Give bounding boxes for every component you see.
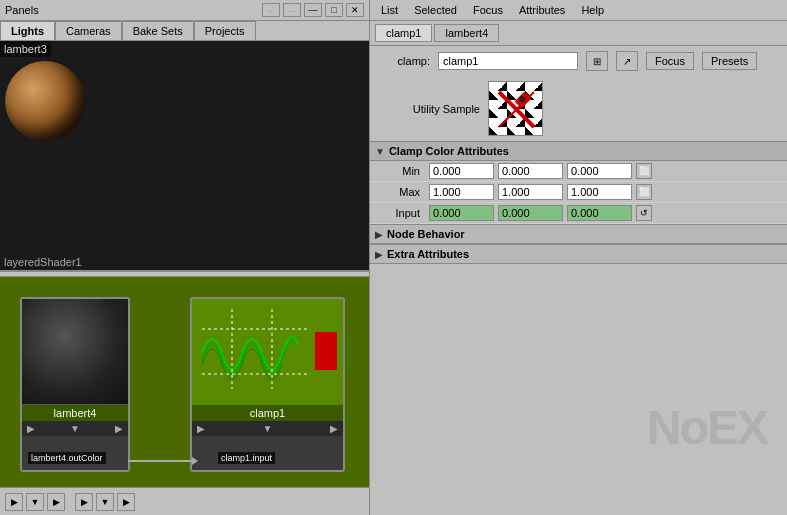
arrow-left-icon: ← bbox=[266, 5, 276, 16]
play-icon[interactable]: ▶ bbox=[27, 423, 35, 434]
max-val1[interactable] bbox=[429, 184, 494, 200]
node-behavior-title: Node Behavior bbox=[387, 228, 465, 240]
down-bottom-button[interactable]: ▼ bbox=[26, 493, 44, 511]
nav-back-button[interactable]: ← bbox=[262, 3, 280, 17]
node-clamp1[interactable]: clamp1 ▶ ▼ ▶ bbox=[190, 297, 345, 472]
utility-swatch[interactable] bbox=[488, 81, 543, 136]
left-panel: Panels ← → — □ ✕ Lights Cameras Bake Set… bbox=[0, 0, 370, 515]
clamp-wave-svg bbox=[197, 304, 337, 394]
utility-label: Utility Sample bbox=[380, 103, 480, 115]
top-viewport: lambert3 layeredShader1 bbox=[0, 41, 369, 271]
input-val2[interactable] bbox=[498, 205, 563, 221]
input-reload-button[interactable]: ↺ bbox=[636, 205, 652, 221]
right-panel: List Selected Focus Attributes Help clam… bbox=[370, 0, 787, 515]
tab-clamp1[interactable]: clamp1 bbox=[375, 24, 432, 42]
node-sphere-preview bbox=[22, 299, 128, 405]
bottom-controls: ▶ ▼ ▶ ▶ ▼ ▶ bbox=[0, 487, 369, 515]
reduce-button[interactable]: □ bbox=[325, 3, 343, 17]
nav-forward-button[interactable]: → bbox=[283, 3, 301, 17]
viewport-top-label: lambert3 bbox=[0, 41, 51, 57]
sphere bbox=[5, 61, 85, 141]
swatch-slash-svg bbox=[494, 87, 539, 132]
extra-attrs-title: Extra Attributes bbox=[387, 248, 469, 260]
close-panel-button[interactable]: ✕ bbox=[346, 3, 364, 17]
swatch-inner bbox=[489, 82, 542, 135]
panel-tabs: Lights Cameras Bake Sets Projects bbox=[0, 21, 369, 41]
panel-header: Panels ← → — □ ✕ bbox=[0, 0, 369, 21]
node-lambert4-footer: ▶ ▼ ▶ bbox=[22, 421, 128, 436]
out-connection-label: lambert4.outColor bbox=[28, 452, 106, 464]
clamp-label: clamp: bbox=[380, 55, 430, 67]
menu-help[interactable]: Help bbox=[578, 3, 607, 17]
panel-title: Panels bbox=[5, 4, 39, 16]
bookmark-button[interactable]: ⊞ bbox=[586, 51, 608, 71]
noex-watermark: NoEX bbox=[647, 400, 767, 455]
menu-list[interactable]: List bbox=[378, 3, 401, 17]
node-behavior-arrow-icon: ▶ bbox=[375, 229, 383, 240]
min-val3[interactable] bbox=[567, 163, 632, 179]
play-right-button[interactable]: ▶ bbox=[75, 493, 93, 511]
forward-right-button[interactable]: ▶ bbox=[117, 493, 135, 511]
svg-point-8 bbox=[519, 96, 525, 102]
name-row: clamp: ⊞ ↗ Focus Presets bbox=[370, 46, 787, 76]
max-val2[interactable] bbox=[498, 184, 563, 200]
down2-icon[interactable]: ▼ bbox=[263, 423, 273, 434]
input-label: Input bbox=[380, 207, 425, 219]
node-editor: lambert4 ▶ ▼ ▶ bbox=[0, 277, 369, 487]
sphere-preview bbox=[5, 61, 85, 141]
minimize-button[interactable]: — bbox=[304, 3, 322, 17]
viewport-bottom-label: layeredShader1 bbox=[0, 254, 369, 270]
menu-selected[interactable]: Selected bbox=[411, 3, 460, 17]
tab-lambert4[interactable]: lambert4 bbox=[434, 24, 499, 42]
focus-button[interactable]: Focus bbox=[646, 52, 694, 70]
input-attr-row: Input ↺ bbox=[370, 203, 787, 224]
clamp-name-input[interactable] bbox=[438, 52, 578, 70]
node-clamp1-label: clamp1 bbox=[192, 405, 343, 421]
tab-bake-sets[interactable]: Bake Sets bbox=[122, 21, 194, 40]
down-icon[interactable]: ▼ bbox=[70, 423, 80, 434]
left-ctrl-section: ▶ ▼ ▶ bbox=[0, 493, 70, 511]
presets-button[interactable]: Presets bbox=[702, 52, 757, 70]
clamp-color-title: Clamp Color Attributes bbox=[389, 145, 509, 157]
input-val1[interactable] bbox=[429, 205, 494, 221]
min-label: Min bbox=[380, 165, 425, 177]
input-val3[interactable] bbox=[567, 205, 632, 221]
clamp-preview bbox=[192, 299, 343, 405]
tab-projects[interactable]: Projects bbox=[194, 21, 256, 40]
tab-lights[interactable]: Lights bbox=[0, 21, 55, 40]
connection-arrow bbox=[128, 460, 193, 462]
forward-icon[interactable]: ▶ bbox=[115, 423, 123, 434]
node-lambert4[interactable]: lambert4 ▶ ▼ ▶ bbox=[20, 297, 130, 472]
down-right-button[interactable]: ▼ bbox=[96, 493, 114, 511]
header-controls: ← → — □ ✕ bbox=[262, 3, 364, 17]
max-swatch-button[interactable]: ⬜ bbox=[636, 184, 652, 200]
max-val3[interactable] bbox=[567, 184, 632, 200]
min-attr-row: Min ⬜ bbox=[370, 161, 787, 182]
tab-cameras[interactable]: Cameras bbox=[55, 21, 122, 40]
min-swatch-button[interactable]: ⬜ bbox=[636, 163, 652, 179]
min-val2[interactable] bbox=[498, 163, 563, 179]
min-val1[interactable] bbox=[429, 163, 494, 179]
right-ctrl-section: ▶ ▼ ▶ bbox=[70, 493, 140, 511]
menu-focus[interactable]: Focus bbox=[470, 3, 506, 17]
play2-icon[interactable]: ▶ bbox=[197, 423, 205, 434]
menu-attributes[interactable]: Attributes bbox=[516, 3, 568, 17]
extra-attrs-arrow-icon: ▶ bbox=[375, 249, 383, 260]
node-clamp1-footer: ▶ ▼ ▶ bbox=[192, 421, 343, 436]
right-tabs: clamp1 lambert4 bbox=[370, 21, 787, 46]
attr-editor: clamp: ⊞ ↗ Focus Presets Utility Sample bbox=[370, 46, 787, 515]
forward2-icon[interactable]: ▶ bbox=[330, 423, 338, 434]
utility-row: Utility Sample bbox=[370, 76, 787, 141]
arrow-button[interactable]: ↗ bbox=[616, 51, 638, 71]
section-arrow-icon: ▼ bbox=[375, 146, 385, 157]
clamp-color-section-header[interactable]: ▼ Clamp Color Attributes bbox=[370, 141, 787, 161]
node-behavior-section[interactable]: ▶ Node Behavior bbox=[370, 224, 787, 244]
node-lambert4-label: lambert4 bbox=[22, 405, 128, 421]
arrow-right-icon: → bbox=[287, 5, 297, 16]
extra-attrs-section[interactable]: ▶ Extra Attributes bbox=[370, 244, 787, 264]
max-attr-row: Max ⬜ bbox=[370, 182, 787, 203]
right-menubar: List Selected Focus Attributes Help bbox=[370, 0, 787, 21]
play-bottom-button[interactable]: ▶ bbox=[5, 493, 23, 511]
forward-bottom-button[interactable]: ▶ bbox=[47, 493, 65, 511]
max-label: Max bbox=[380, 186, 425, 198]
